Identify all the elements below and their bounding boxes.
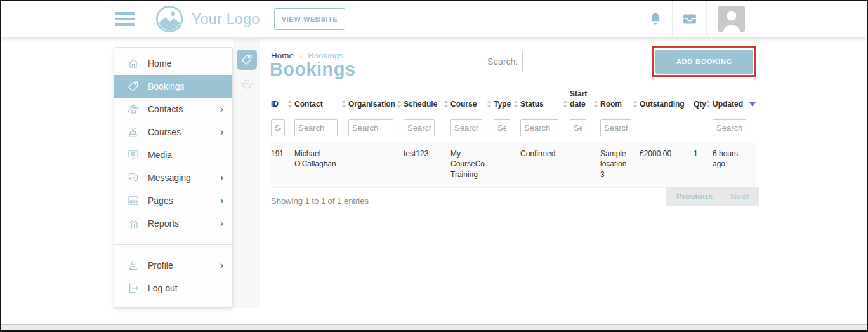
sidebar-item-label: Contacts: [148, 104, 183, 114]
bookings-table: ID Contact Organisation Schedule Course …: [271, 90, 756, 188]
column-header-start-date[interactable]: Start date: [570, 90, 600, 114]
app-header: Your Logo VIEW WEBSITE: [1, 1, 867, 37]
cell-status: Confirmed: [520, 142, 570, 188]
cell-course: My CourseCo Training: [450, 142, 494, 188]
sidebar-item-label: Messaging: [148, 173, 191, 183]
room-search-input[interactable]: [600, 119, 631, 136]
tag-icon: [127, 80, 140, 93]
global-search-label: Search:: [487, 56, 518, 67]
sidebar-item-label: Pages: [148, 196, 173, 206]
contact-search-input[interactable]: [294, 119, 338, 136]
logo-image-icon: [155, 4, 184, 34]
icon-rail: [233, 39, 260, 308]
column-header-schedule[interactable]: Schedule: [404, 90, 450, 114]
bell-icon: [647, 11, 664, 27]
schedule-search-input[interactable]: [404, 119, 435, 136]
cell-updated: 6 hours ago: [713, 142, 756, 188]
rail-bookings-button[interactable]: [237, 50, 257, 70]
home-icon: [127, 57, 140, 70]
next-button[interactable]: Next: [721, 192, 758, 201]
updated-search-input[interactable]: [713, 119, 746, 136]
entries-summary: Showing 1 to 1 of 1 entries: [271, 196, 369, 206]
sidebar-item-bookings[interactable]: Bookings: [114, 75, 232, 98]
sidebar-item-pages[interactable]: Pages ›: [114, 189, 232, 212]
chevron-right-icon: ›: [220, 173, 223, 183]
tag-icon: [240, 53, 253, 66]
sidebar-item-label: Courses: [148, 127, 181, 137]
pages-icon: [127, 194, 140, 207]
sidebar-item-messaging[interactable]: Messaging ›: [114, 166, 232, 189]
media-icon: [127, 149, 140, 161]
column-header-updated[interactable]: Updated: [713, 90, 756, 114]
column-header-organisation[interactable]: Organisation: [348, 90, 404, 114]
sidebar: Home Bookings Contacts ›: [114, 47, 233, 308]
reports-icon: [127, 217, 140, 230]
table-header-row: ID Contact Organisation Schedule Course …: [271, 90, 756, 114]
previous-button[interactable]: Previous: [667, 192, 721, 201]
sidebar-item-logout[interactable]: Log out: [114, 277, 232, 300]
sort-icon: [341, 100, 346, 108]
start-date-search-input[interactable]: [570, 119, 586, 136]
chevron-right-icon: ›: [220, 196, 223, 206]
column-header-status[interactable]: Status: [520, 90, 570, 114]
pagination: Previous Next: [666, 187, 759, 206]
cell-qty: 1: [694, 142, 713, 188]
column-header-qty[interactable]: Qty: [694, 90, 713, 114]
window-bottom-bar: [1, 324, 867, 330]
chevron-right-icon: ›: [220, 218, 223, 229]
table-row[interactable]: 191 Michael O'Callaghan test123 My Cours…: [271, 142, 756, 188]
status-search-input[interactable]: [520, 119, 558, 136]
global-search-input[interactable]: [522, 51, 645, 72]
logout-icon: [127, 282, 140, 295]
column-header-course[interactable]: Course: [450, 90, 494, 114]
organisation-search-input[interactable]: [348, 119, 393, 136]
type-search-input[interactable]: [494, 119, 510, 136]
profile-icon: [127, 259, 140, 272]
browser-window: Your Logo VIEW WEBSITE: [0, 0, 868, 332]
cell-type: [494, 142, 520, 188]
sidebar-item-media[interactable]: Media: [114, 143, 232, 166]
cell-organisation: [348, 142, 404, 188]
sort-icon: [706, 100, 711, 108]
id-search-input[interactable]: [271, 119, 285, 136]
hamburger-menu-icon[interactable]: [115, 12, 135, 26]
column-header-id[interactable]: ID: [271, 90, 294, 114]
courses-icon: [127, 126, 140, 138]
user-avatar[interactable]: [718, 6, 745, 32]
cell-start-date: [570, 142, 600, 188]
sidebar-item-label: Home: [148, 58, 171, 69]
logo-text: Your Logo: [192, 11, 260, 28]
sort-icon: [487, 100, 492, 108]
cell-contact: Michael O'Callaghan: [294, 142, 348, 188]
notifications-button[interactable]: [638, 1, 672, 37]
sidebar-item-profile[interactable]: Profile ›: [114, 254, 232, 277]
column-header-type[interactable]: Type: [494, 90, 520, 114]
column-header-room[interactable]: Room: [600, 90, 640, 114]
column-search-row: [271, 114, 756, 142]
chevron-right-icon: ›: [220, 260, 223, 270]
sidebar-item-contacts[interactable]: Contacts ›: [114, 98, 232, 121]
course-search-input[interactable]: [450, 119, 482, 136]
inbox-button[interactable]: [672, 1, 707, 37]
cell-id: 191: [271, 142, 294, 188]
sort-icon: [593, 100, 598, 108]
sort-descending-icon: [749, 102, 756, 107]
column-header-contact[interactable]: Contact: [294, 90, 348, 114]
sidebar-item-label: Media: [148, 150, 172, 160]
sort-icon: [444, 100, 449, 108]
sidebar-item-courses[interactable]: Courses ›: [114, 121, 232, 143]
inbox-tray-icon: [681, 10, 699, 28]
sort-icon: [563, 100, 568, 108]
sidebar-item-home[interactable]: Home: [114, 52, 232, 75]
add-booking-button[interactable]: ADD BOOKING: [655, 50, 753, 74]
cell-outstanding: €2000.00: [640, 142, 694, 188]
logo[interactable]: Your Logo: [155, 4, 260, 34]
sort-icon: [287, 100, 293, 108]
sort-icon: [513, 100, 518, 108]
person-silhouette-icon: [718, 6, 745, 32]
sidebar-item-reports[interactable]: Reports ›: [114, 212, 232, 235]
column-header-outstanding[interactable]: Outstanding: [640, 90, 694, 114]
view-website-button[interactable]: VIEW WEBSITE: [274, 8, 345, 30]
sidebar-item-label: Profile: [148, 260, 173, 270]
rail-deals-icon[interactable]: [240, 77, 254, 91]
